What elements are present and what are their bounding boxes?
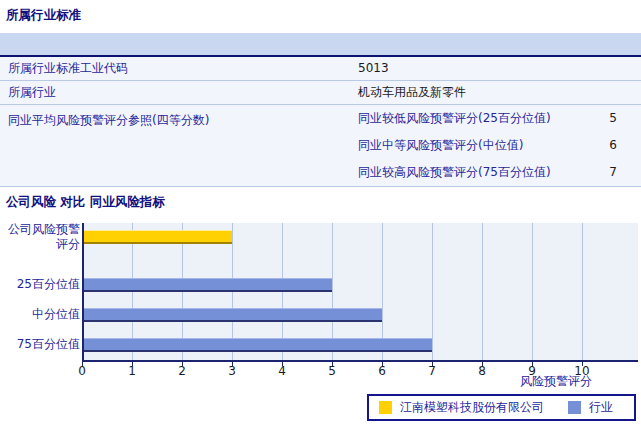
chart-legend: 江南模塑科技股份有限公司 行业 (367, 394, 636, 421)
page: 所属行业标准 所属行业标准工业代码 5013 所属行业 机动车用品及新零件 同业… (0, 0, 641, 427)
x-axis-title: 风险预警评分 (460, 373, 592, 390)
bar-industry-2 (84, 308, 382, 322)
plot-area (82, 223, 638, 362)
legend-label-company: 江南模塑科技股份有限公司 (400, 399, 544, 416)
legend-swatch-company (379, 401, 392, 414)
x-tick-label-7: 7 (417, 364, 447, 378)
category-label-company-score: 公司风险预警评分 (0, 222, 80, 252)
bar-industry-3 (84, 338, 432, 352)
gridline-x-8 (482, 223, 483, 360)
x-tick-label-6: 6 (367, 364, 397, 378)
bar-industry-1 (84, 278, 332, 292)
legend-label-industry: 行业 (589, 399, 613, 416)
gridline-x-9 (532, 223, 533, 360)
bar-company-0 (84, 230, 232, 244)
category-label-25th-percentile: 25百分位值 (0, 277, 80, 292)
category-label-75th-percentile: 75百分位值 (0, 337, 80, 352)
gridline-x-7 (432, 223, 433, 360)
x-tick-label-1: 1 (117, 364, 147, 378)
category-label-median: 中分位值 (0, 307, 80, 322)
x-tick-label-3: 3 (217, 364, 247, 378)
x-tick-label-0: 0 (67, 364, 97, 378)
risk-comparison-bar-chart: 公司风险预警评分 25百分位值 中分位值 75百分位值 012345678910… (0, 0, 641, 427)
x-tick-label-2: 2 (167, 364, 197, 378)
gridline-x-10 (582, 223, 583, 360)
legend-swatch-industry (568, 401, 581, 414)
x-tick-label-5: 5 (317, 364, 347, 378)
x-tick-label-4: 4 (267, 364, 297, 378)
